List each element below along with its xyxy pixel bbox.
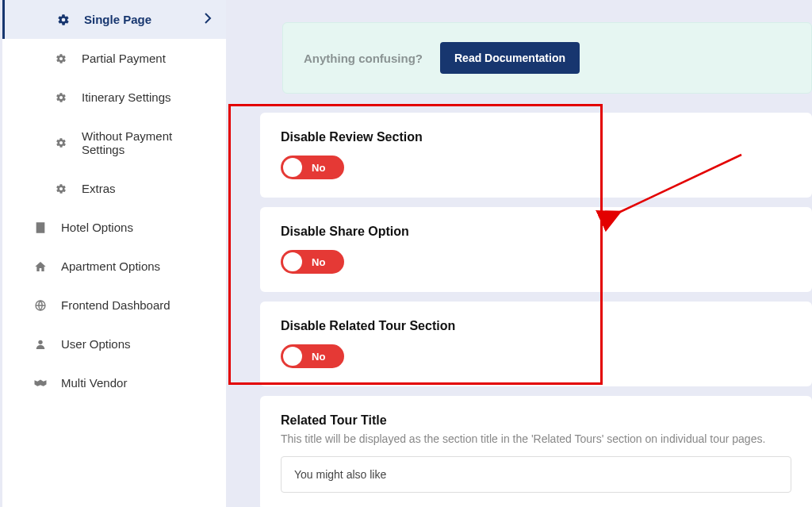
sidebar-item-frontend-dashboard[interactable]: Frontend Dashboard [2,286,226,325]
gear-icon [52,137,71,148]
sidebar-item-label: Frontend Dashboard [61,298,170,312]
sidebar-item-multi-vendor[interactable]: Multi Vendor [2,363,226,402]
sidebar-item-user-options[interactable]: User Options [2,325,226,363]
callout-text: Anything confusing? [304,52,423,65]
toggle-label: No [312,162,325,174]
sidebar-item-label: Partial Payment [82,52,166,65]
documentation-callout: Anything confusing? Read Documentation [282,22,812,94]
sidebar-item-label: User Options [61,337,131,351]
sidebar-item-label: Single Page [84,13,151,26]
sidebar-item-label: Apartment Options [61,259,160,273]
card-title: Disable Review Section [281,130,791,144]
sidebar-item-single-page[interactable]: Single Page [2,0,226,39]
card-title: Related Tour Title [281,413,791,428]
svg-point-1 [38,340,42,344]
sidebar-item-label: Itinerary Settings [82,90,171,104]
sidebar: Single Page Partial Payment Itinerary Se… [2,0,226,507]
gear-icon [52,92,71,103]
toggle-disable-related[interactable]: No [281,344,344,368]
toggle-knob [283,158,302,177]
card-description: This title will be displayed as the sect… [281,432,791,445]
card-title: Disable Related Tour Section [281,319,791,333]
gear-icon [52,183,71,194]
toggle-knob [283,252,302,271]
sidebar-item-itinerary-settings[interactable]: Itinerary Settings [2,78,226,117]
chevron-right-icon [204,13,212,26]
toggle-disable-share[interactable]: No [281,250,344,274]
building-icon [31,221,50,234]
card-disable-share-option: Disable Share Option No [260,207,812,292]
sidebar-item-apartment-options[interactable]: Apartment Options [2,247,226,286]
read-documentation-button[interactable]: Read Documentation [440,42,580,74]
user-icon [31,338,50,351]
sidebar-item-label: Hotel Options [61,221,133,234]
toggle-disable-review[interactable]: No [281,156,344,179]
sidebar-item-label: Without Payment Settings [82,129,201,156]
sidebar-item-hotel-options[interactable]: Hotel Options [2,208,226,247]
sidebar-item-label: Extras [82,182,116,195]
main-content: Anything confusing? Read Documentation D… [244,0,812,507]
card-disable-review-section: Disable Review Section No [260,113,812,198]
toggle-knob [283,347,302,366]
card-title: Disable Share Option [281,225,791,239]
sidebar-item-label: Multi Vendor [61,376,127,390]
globe-icon [31,299,50,312]
toggle-label: No [312,351,325,363]
related-tour-title-input[interactable] [281,456,791,493]
home-icon [31,260,50,273]
gear-icon [52,53,71,64]
handshake-icon [31,377,50,390]
card-related-tour-title: Related Tour Title This title will be di… [260,396,812,507]
sidebar-item-extras[interactable]: Extras [2,169,226,208]
sidebar-item-without-payment-settings[interactable]: Without Payment Settings [2,117,226,169]
sidebar-item-partial-payment[interactable]: Partial Payment [2,39,226,78]
toggle-label: No [312,256,325,268]
gear-icon [54,13,73,26]
card-disable-related-tour-section: Disable Related Tour Section No [260,302,812,386]
